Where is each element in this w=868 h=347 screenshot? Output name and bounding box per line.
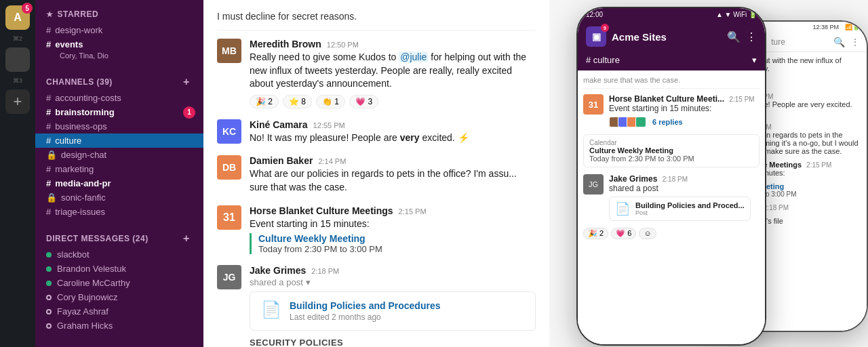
sidebar-item-media-and-pr[interactable]: # media-and-pr [35, 176, 203, 190]
post-card[interactable]: 📄 Building Policies and Procedures Last … [250, 291, 536, 331]
reaction-heart[interactable]: 💗 3 [349, 95, 378, 108]
sidebar-item-label: Graham Hicks [57, 321, 113, 331]
phone2-header-icons: 🔍 ⋮ [833, 37, 860, 47]
phone1-reply-avatars [609, 117, 644, 127]
sidebar-item-brainstorming[interactable]: # brainstorming 1 [35, 105, 203, 119]
phone1-reply-count[interactable]: 6 replies [652, 118, 683, 126]
phone1-jake-author: Jake Grimes [609, 174, 657, 184]
chevron-down-icon[interactable]: ▾ [752, 55, 757, 65]
sidebar-item-design-work[interactable]: # design-work [35, 23, 203, 37]
message-content-meredith: Meredith Brown 12:50 PM Really need to g… [250, 39, 536, 108]
dm-cory[interactable]: Cory Bujnowicz [35, 290, 203, 304]
avatar-meredith: MB [217, 39, 241, 63]
hash-icon: # [46, 121, 51, 131]
channels-section: CHANNELS (39) + # accounting-costs # bra… [35, 68, 203, 224]
message-time-meredith: 12:50 PM [327, 41, 359, 49]
phone1-reaction-2[interactable]: 💗 6 [611, 228, 636, 239]
search-icon[interactable]: 🔍 [833, 37, 845, 47]
dm-slackbot[interactable]: slackbot [35, 247, 203, 262]
message-time-calendar: 2:15 PM [399, 207, 427, 216]
phone1-screen: 12:00 ▲ ▼ WiFi 🔋 ▣ 9 Acme Sites 🔍 ⋮ # cu… [578, 8, 765, 344]
away-dot [46, 323, 52, 329]
sidebar-item-events[interactable]: # events [35, 37, 203, 52]
message-header-jake: Jake Grimes 2:18 PM [250, 265, 536, 276]
dm-graham[interactable]: Graham Hicks [35, 319, 203, 333]
sidebar-item-label: slackbot [57, 249, 90, 260]
hash-icon: # [46, 164, 51, 174]
security-section: SECURITY POLICIES All guests and visitor… [250, 338, 536, 347]
sidebar-item-design-chat[interactable]: 🔒 design-chat [35, 148, 203, 162]
truncated-message: I must decline for secret reasons. [217, 11, 536, 30]
phone1-logo[interactable]: ▣ 9 [586, 26, 606, 47]
reaction-confetti[interactable]: 🎉 2 [250, 95, 279, 108]
message-author-calendar: Horse Blanket Culture Meetings [250, 205, 393, 216]
document-icon: 📄 [261, 300, 281, 319]
phone1-header: ▣ 9 Acme Sites 🔍 ⋮ [578, 21, 765, 52]
phone1-notif-badge: 9 [601, 24, 609, 32]
sidebar-item-business-ops[interactable]: # business-ops [35, 119, 203, 134]
sidebar-item-sonic-fanfic[interactable]: 🔒 sonic-fanfic [35, 190, 203, 205]
message-jake: JG Jake Grimes 2:18 PM shared a post ▾ 📄… [217, 265, 536, 347]
hash-icon: # [46, 207, 51, 217]
search-icon[interactable]: 🔍 [727, 30, 741, 43]
phone1-channel[interactable]: # culture [586, 55, 620, 65]
reaction-clap[interactable]: 👏 1 [316, 95, 345, 108]
phone1-event-title: Culture Weekly Meeting [589, 146, 753, 155]
phone1-jake-header: Jake Grimes 2:18 PM [609, 174, 751, 184]
workspace-1[interactable]: A 5 [5, 5, 30, 30]
sidebar-item-accounting-costs[interactable]: # accounting-costs [35, 91, 203, 105]
message-meredith: MB Meredith Brown 12:50 PM Really need t… [217, 39, 536, 108]
phone1-post-card[interactable]: 📄 Building Policies and Proced... Post [609, 197, 751, 221]
dm-brandon[interactable]: Brandon Velestuk [35, 262, 203, 276]
hash-icon: # [46, 39, 51, 49]
channels-header: CHANNELS (39) + [35, 73, 203, 91]
phone1-header-icons: 🔍 ⋮ [727, 30, 757, 43]
sidebar-item-label: design-work [55, 25, 102, 35]
reactions-meredith: 🎉 2 ⭐ 8 👏 1 💗 3 [250, 95, 536, 108]
mention-julie[interactable]: @julie [399, 52, 428, 62]
message-header-calendar: Horse Blanket Culture Meetings 2:15 PM [250, 205, 536, 216]
dm-fayaz[interactable]: Fayaz Ashraf [35, 304, 203, 319]
reaction-star[interactable]: ⭐ 8 [283, 95, 312, 108]
add-workspace-button[interactable]: + [5, 89, 30, 114]
away-dot [46, 309, 52, 314]
phone1-event-card[interactable]: Calendar Culture Weekly Meeting Today fr… [583, 134, 760, 167]
sidebar-item-culture[interactable]: # culture [35, 134, 203, 148]
more-icon[interactable]: ⋮ [746, 30, 757, 43]
add-dm-button[interactable]: + [180, 232, 193, 245]
online-dot [46, 281, 52, 286]
phone1-jake-text: shared a post [609, 184, 751, 195]
hash-icon: # [46, 93, 51, 103]
phone1-time: 12:00 [586, 11, 603, 18]
event-title[interactable]: Culture Weekly Meeting [258, 233, 536, 244]
message-author-kine: Kiné Camara [250, 119, 308, 130]
phone1-cal-icon: 31 [583, 94, 604, 115]
message-author-damien: Damien Baker [250, 155, 313, 166]
phone1-status-bar: 12:00 ▲ ▼ WiFi 🔋 [578, 8, 765, 21]
sidebar-item-label: Brandon Velestuk [57, 264, 126, 274]
workspace-2[interactable] [5, 47, 30, 72]
message-time-kine: 12:55 PM [313, 121, 345, 129]
message-header-meredith: Meredith Brown 12:50 PM [250, 39, 536, 49]
sidebar-item-marketing[interactable]: # marketing [35, 162, 203, 176]
phone1-header-left: ▣ 9 Acme Sites [586, 26, 667, 47]
avatar-jake: JG [217, 265, 241, 289]
phone1-reaction-1[interactable]: 🎉 2 [583, 228, 608, 239]
add-channel-button[interactable]: + [180, 76, 193, 88]
dm-caroline[interactable]: Caroline McCarthy [35, 276, 203, 290]
hash-icon: # [46, 178, 51, 188]
message-list: I must decline for secret reasons. MB Me… [203, 0, 549, 347]
phone1-event-label: Calendar [589, 139, 753, 146]
sidebar-item-triage-issues[interactable]: # triage-issues [35, 205, 203, 219]
post-meta: Last edited 2 months ago [290, 312, 441, 322]
sidebar-item-label: events [55, 39, 83, 49]
phone1-channel-bar: # culture ▾ [578, 52, 765, 70]
phone1-messages: make sure that was the case. 31 Horse Bl… [578, 70, 765, 344]
phone1-reaction-3[interactable]: ☺ [639, 228, 656, 239]
online-dot [46, 252, 52, 258]
more-icon[interactable]: ⋮ [850, 37, 860, 47]
sidebar-item-label: triage-issues [55, 207, 105, 217]
avatar-kine: KC [217, 119, 241, 144]
chevron-down-icon[interactable]: ▾ [306, 277, 311, 287]
post-info: Building Policies and Procedures Last ed… [290, 300, 441, 322]
